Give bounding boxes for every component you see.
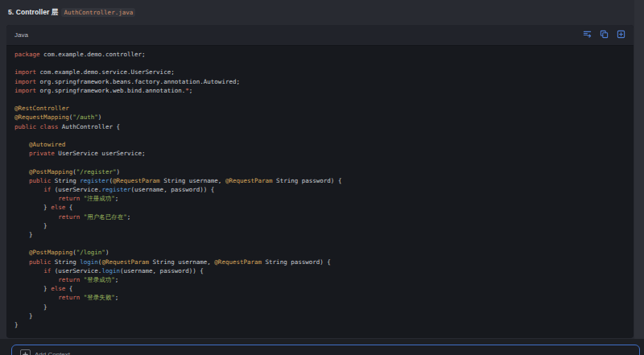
copy-button[interactable] xyxy=(597,29,610,42)
code-line: } xyxy=(14,303,625,312)
apply-in-editor-icon xyxy=(583,29,592,41)
page-title: 5. Controller 层 xyxy=(8,8,58,18)
code-line: import org.springframework.beans.factory… xyxy=(14,77,625,86)
code-line: } xyxy=(14,221,625,230)
code-line: @RestController xyxy=(14,104,625,113)
code-block-header: Java xyxy=(6,25,634,46)
code-line: public String register(@RequestParam Str… xyxy=(14,176,625,185)
code-line: return "注册成功"; xyxy=(14,194,625,203)
apply-in-editor-button[interactable] xyxy=(580,29,593,42)
add-context-label: Add Context xyxy=(35,351,70,355)
code-line: } xyxy=(14,312,625,320)
code-line: import org.springframework.web.bind.anno… xyxy=(14,86,625,95)
code-line: public String login(@RequestParam String… xyxy=(14,258,625,266)
code-block-toolbar xyxy=(580,29,627,42)
code-line: if (userService.register(username, passw… xyxy=(14,185,625,194)
add-context-button[interactable]: Add Context xyxy=(20,349,70,355)
code-line: } xyxy=(14,320,625,329)
code-line: package com.example.demo.controller; xyxy=(14,50,625,59)
code-line xyxy=(14,95,625,104)
code-line: return "登录成功"; xyxy=(14,275,625,284)
code-line: return "用户名已存在"; xyxy=(14,213,625,221)
message-heading: 5. Controller 层 AuthController.java xyxy=(0,0,135,25)
code-line: @Autowired xyxy=(14,140,625,149)
copy-icon xyxy=(600,29,609,41)
language-label: Java xyxy=(14,31,28,39)
code-line: @PostMapping("/register") xyxy=(14,167,625,176)
inline-code-filename: AuthController.java xyxy=(61,8,135,17)
code-content: package com.example.demo.controller;impo… xyxy=(6,46,634,338)
code-line: return "登录失败"; xyxy=(14,293,625,302)
chat-message-area: 5. Controller 层 AuthController.java Java xyxy=(0,0,644,339)
code-line: import com.example.demo.service.UserServ… xyxy=(14,68,625,76)
code-line: public class AuthController { xyxy=(14,122,625,131)
plus-box-icon xyxy=(20,349,31,355)
code-line: } else { xyxy=(14,284,625,293)
code-line xyxy=(14,158,625,167)
code-line: @RequestMapping("/auth") xyxy=(14,113,625,122)
code-line xyxy=(14,239,625,248)
code-line: } xyxy=(14,230,625,239)
square-plus-icon xyxy=(617,29,625,41)
code-line xyxy=(14,131,625,140)
code-line: } else { xyxy=(14,203,625,212)
insert-into-new-file-button[interactable] xyxy=(614,29,627,42)
code-line: @PostMapping("/login") xyxy=(14,248,625,257)
code-block: Java xyxy=(6,25,634,338)
scrollbar-track[interactable] xyxy=(634,0,644,339)
code-line: if (userService.login(username, password… xyxy=(14,266,625,275)
code-line: private UserService userService; xyxy=(14,149,625,158)
code-line xyxy=(14,59,625,68)
chat-input[interactable]: Add Context xyxy=(11,345,640,355)
